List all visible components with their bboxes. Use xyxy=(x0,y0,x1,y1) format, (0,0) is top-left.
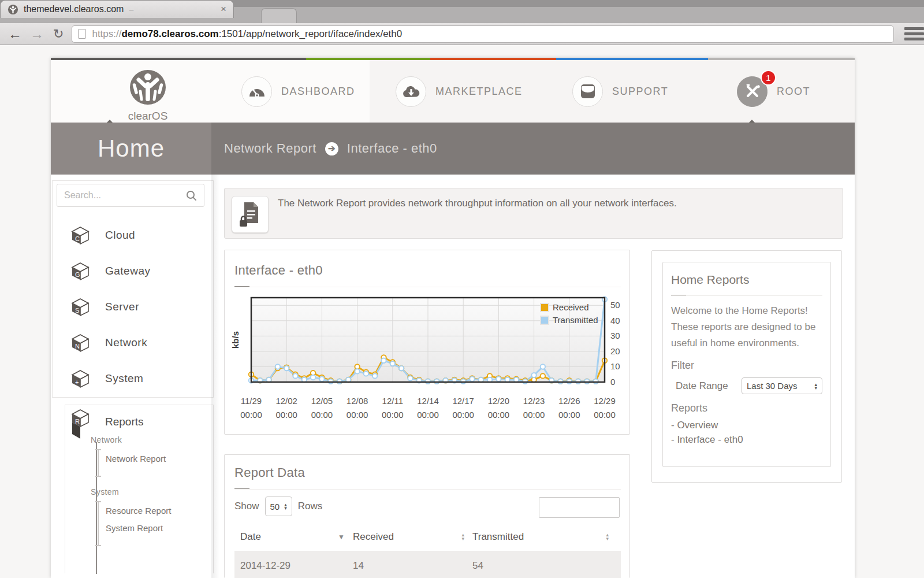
svg-text:Received: Received xyxy=(553,302,589,312)
section-title: Home xyxy=(98,135,165,162)
tree-group-system: System xyxy=(91,487,119,497)
svg-text:00:00: 00:00 xyxy=(558,410,580,420)
tab-close-icon[interactable]: × xyxy=(221,3,226,15)
notification-badge[interactable]: 1 xyxy=(761,70,776,86)
app-window: clearOS DASHBOARD xyxy=(51,58,855,578)
cube-icon-cloud: C xyxy=(70,226,90,244)
report-link-interface-eth0[interactable]: - Interface - eth0 xyxy=(671,432,822,447)
svg-text:00:00: 00:00 xyxy=(311,410,333,420)
sidebar-item-cloud[interactable]: CCloud xyxy=(57,217,207,253)
favicon-clearos xyxy=(8,4,18,15)
rows-per-page-control: Show 50 ▴▾ Rows xyxy=(234,497,322,516)
sidebar-item-label: Reports xyxy=(105,416,144,428)
svg-text:0: 0 xyxy=(610,377,615,387)
column-header-transmitted[interactable]: Transmitted▴▾ xyxy=(472,531,617,543)
svg-text:N: N xyxy=(75,343,80,350)
new-tab-button[interactable] xyxy=(261,8,297,23)
svg-text:12/26: 12/26 xyxy=(558,396,580,406)
title-rule-light xyxy=(234,489,621,490)
report-link-overview[interactable]: - Overview xyxy=(671,418,822,432)
nav-support[interactable]: SUPPORT xyxy=(572,60,668,123)
date-range-select[interactable]: Last 30 Days ▴▾ xyxy=(742,377,822,394)
svg-text:30: 30 xyxy=(610,331,620,340)
sidebar-item-network[interactable]: NNetwork xyxy=(57,325,207,361)
title-rule-light xyxy=(671,295,822,296)
search-icon[interactable] xyxy=(186,190,197,201)
back-icon[interactable]: ← xyxy=(8,27,22,41)
sidebar: CCloud GGateway SServer NNetwork +System… xyxy=(51,175,211,578)
nav-marketplace[interactable]: MARKETPLACE xyxy=(396,60,523,123)
nav-root[interactable]: 1 ROOT xyxy=(737,60,810,123)
intro-text: The Network Report provides network thro… xyxy=(278,198,826,209)
table-filter-input[interactable] xyxy=(539,497,620,518)
column-header-date[interactable]: Date▼ xyxy=(234,531,353,543)
svg-text:00:00: 00:00 xyxy=(275,410,297,420)
sidebar-item-label: Server xyxy=(105,301,139,313)
svg-text:00:00: 00:00 xyxy=(417,410,439,420)
cube-icon-system: + xyxy=(70,369,90,388)
svg-text:00:00: 00:00 xyxy=(346,410,368,420)
clearos-logo[interactable]: clearOS xyxy=(113,69,182,123)
panel-title: Report Data xyxy=(234,465,305,480)
panel-title: Home Reports xyxy=(671,273,822,287)
table-row: 2014-12-291454 xyxy=(234,551,621,578)
browser-tab[interactable]: themedevel.clearos.com – × xyxy=(0,0,234,18)
reload-icon[interactable]: ↻ xyxy=(53,28,64,40)
nav-label: MARKETPLACE xyxy=(435,86,523,98)
sidebar-item-label: Network xyxy=(105,336,147,349)
report-table: Date▼Received▴▾Transmitted▴▾2014-12-2914… xyxy=(234,523,621,578)
sidebar-item-gateway[interactable]: GGateway xyxy=(57,253,207,289)
column-header-received[interactable]: Received▴▾ xyxy=(353,531,472,543)
sidebar-item-system[interactable]: +System xyxy=(57,361,207,397)
tree-link-resource-report[interactable]: Resource Report xyxy=(106,506,171,516)
nav-label: ROOT xyxy=(777,86,810,98)
filter-heading: Filter xyxy=(671,360,822,372)
svg-text:12/23: 12/23 xyxy=(523,396,545,406)
svg-text:12/02: 12/02 xyxy=(275,396,297,406)
reports-panel: R Reports NetworkNetwork ReportSystemRes… xyxy=(65,405,214,573)
cube-icon-server: S xyxy=(70,298,90,316)
breadcrumb-arrow-icon: ➔ xyxy=(325,142,338,155)
nav-label: SUPPORT xyxy=(612,86,668,98)
breadcrumb-current: Interface - eth0 xyxy=(347,141,437,156)
svg-text:12/14: 12/14 xyxy=(417,396,439,406)
page-icon xyxy=(78,29,86,39)
date-range-row: Date Range Last 30 Days ▴▾ xyxy=(671,377,822,394)
tree-beam xyxy=(98,449,99,477)
svg-text:S: S xyxy=(75,307,79,314)
nav-dashboard[interactable]: DASHBOARD xyxy=(241,60,355,123)
tab-title: themedevel.clearos.com xyxy=(24,4,124,14)
rows-label: Rows xyxy=(298,501,323,512)
breadcrumb-parent[interactable]: Network Report xyxy=(224,141,316,156)
table-header-row: Date▼Received▴▾Transmitted▴▾ xyxy=(234,523,621,551)
svg-text:12/20: 12/20 xyxy=(488,396,510,406)
browser-tabstrip: themedevel.clearos.com – × xyxy=(0,0,924,23)
nav-label: DASHBOARD xyxy=(281,86,355,98)
home-reports-panel: Home Reports Welcome to the Home Reports… xyxy=(662,262,831,467)
forward-icon[interactable]: → xyxy=(30,27,44,41)
sort-desc-icon: ▼ xyxy=(338,533,345,541)
sidebar-item-server[interactable]: SServer xyxy=(57,289,207,325)
svg-text:C: C xyxy=(75,235,80,242)
browser-menu-icon[interactable] xyxy=(904,27,924,40)
sidebar-item-label: System xyxy=(105,372,143,385)
cloud-download-icon xyxy=(396,76,426,107)
tree-link-network-report[interactable]: Network Report xyxy=(106,454,166,464)
sidebar-item-reports[interactable]: R Reports xyxy=(65,405,213,441)
svg-text:40: 40 xyxy=(610,316,620,325)
support-box-icon xyxy=(572,76,603,107)
welcome-line: useful in home environments. xyxy=(671,335,822,351)
svg-text:G: G xyxy=(75,271,80,278)
show-label: Show xyxy=(234,501,259,512)
sidebar-item-label: Gateway xyxy=(105,265,150,277)
browser-toolbar: ← → ↻ https://demo78.clearos.com:1501/ap… xyxy=(0,23,924,45)
svg-text:00:00: 00:00 xyxy=(240,410,262,420)
tree-link-system-report[interactable]: System Report xyxy=(106,523,163,533)
rows-per-page-select[interactable]: 50 ▴▾ xyxy=(265,497,292,516)
search-input[interactable] xyxy=(64,190,186,201)
url-bar[interactable]: https://demo78.clearos.com:1501/app/netw… xyxy=(72,25,894,43)
svg-text:00:00: 00:00 xyxy=(594,410,616,420)
reports-heading: Reports xyxy=(671,402,822,414)
svg-text:11/29: 11/29 xyxy=(241,396,262,406)
sidebar-search[interactable] xyxy=(57,184,204,207)
